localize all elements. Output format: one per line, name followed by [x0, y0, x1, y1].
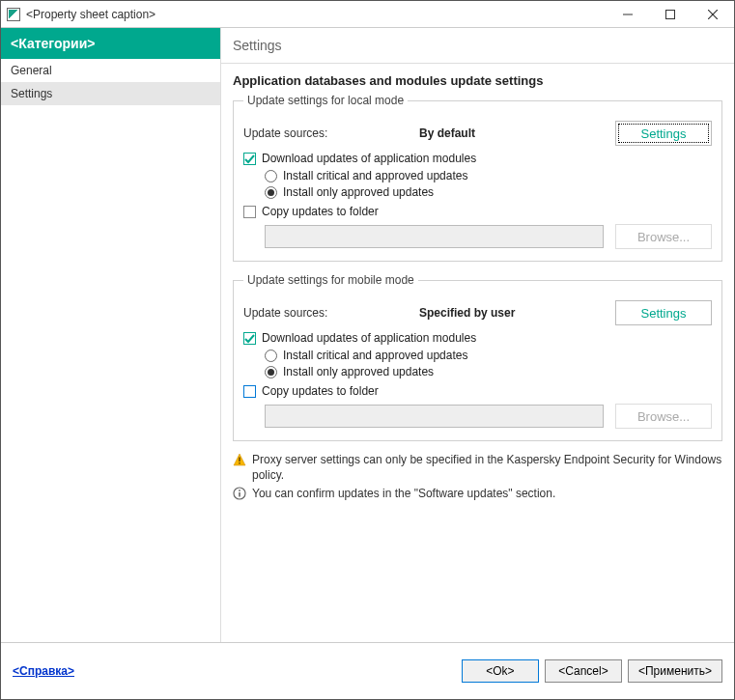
svg-rect-1: [666, 10, 675, 18]
mobile-radio-approved-label: Install only approved updates: [283, 365, 434, 378]
info-text: You can confirm updates in the "Software…: [252, 487, 555, 502]
mobile-radio-critical-label: Install critical and approved updates: [283, 349, 467, 362]
mobile-sources-label: Update sources:: [243, 306, 419, 320]
help-link[interactable]: <Справка>: [13, 664, 74, 678]
svg-rect-9: [239, 492, 240, 497]
mobile-folder-input: [265, 405, 604, 428]
cancel-button[interactable]: <Cancel>: [545, 659, 622, 683]
section-heading: Application databases and modules update…: [233, 73, 722, 88]
mobile-download-label: Download updates of application modules: [262, 331, 476, 345]
local-download-checkbox[interactable]: [243, 153, 256, 165]
content-title: Settings: [221, 28, 734, 64]
local-folder-input: [265, 225, 604, 248]
minimize-button[interactable]: [607, 1, 649, 27]
local-download-label: Download updates of application modules: [262, 152, 476, 165]
svg-rect-8: [239, 490, 240, 491]
content: Settings Application databases and modul…: [221, 28, 734, 642]
close-button[interactable]: [692, 1, 734, 27]
local-settings-button[interactable]: Settings: [615, 121, 712, 146]
warning-text: Proxy server settings can only be specif…: [252, 453, 722, 483]
footer: <Справка> <Ok> <Cancel> <Применить>: [1, 642, 734, 698]
window-buttons: [607, 1, 734, 27]
local-radio-critical-label: Install critical and approved updates: [283, 169, 467, 182]
mobile-sources-value: Specified by user: [419, 306, 611, 320]
sidebar-item-settings[interactable]: Settings: [1, 82, 220, 105]
svg-rect-6: [239, 462, 240, 463]
sidebar: <Категории> General Settings: [1, 28, 221, 642]
local-sources-value: By default: [419, 126, 611, 140]
local-browse-button: Browse...: [615, 224, 712, 249]
group-local: Update settings for local mode Update so…: [233, 94, 722, 262]
local-sources-label: Update sources:: [243, 126, 419, 140]
sidebar-item-general[interactable]: General: [1, 59, 220, 82]
local-copy-checkbox[interactable]: [243, 206, 256, 218]
warning-icon: [233, 453, 246, 466]
local-copy-label: Copy updates to folder: [262, 205, 379, 218]
sidebar-header: <Категории>: [1, 28, 220, 59]
local-radio-approved[interactable]: [265, 186, 277, 199]
mobile-radio-critical[interactable]: [265, 350, 277, 362]
mobile-copy-label: Copy updates to folder: [262, 384, 379, 398]
apply-button[interactable]: <Применить>: [628, 659, 722, 683]
mobile-copy-checkbox[interactable]: [243, 385, 256, 398]
group-mobile: Update settings for mobile mode Update s…: [233, 273, 722, 441]
info-icon: [233, 487, 246, 500]
maximize-button[interactable]: [649, 1, 692, 27]
window-title: <Property sheet caption>: [26, 8, 607, 21]
app-icon: [7, 8, 20, 21]
group-mobile-legend: Update settings for mobile mode: [243, 273, 418, 287]
mobile-download-checkbox[interactable]: [243, 332, 256, 345]
mobile-settings-button[interactable]: Settings: [615, 300, 712, 325]
svg-rect-5: [239, 458, 240, 462]
mobile-browse-button: Browse...: [615, 404, 712, 429]
local-radio-critical[interactable]: [265, 170, 277, 182]
mobile-radio-approved[interactable]: [265, 366, 277, 378]
titlebar: <Property sheet caption>: [1, 1, 734, 28]
ok-button[interactable]: <Ok>: [462, 659, 539, 683]
group-local-legend: Update settings for local mode: [243, 94, 408, 107]
local-radio-approved-label: Install only approved updates: [283, 185, 434, 199]
